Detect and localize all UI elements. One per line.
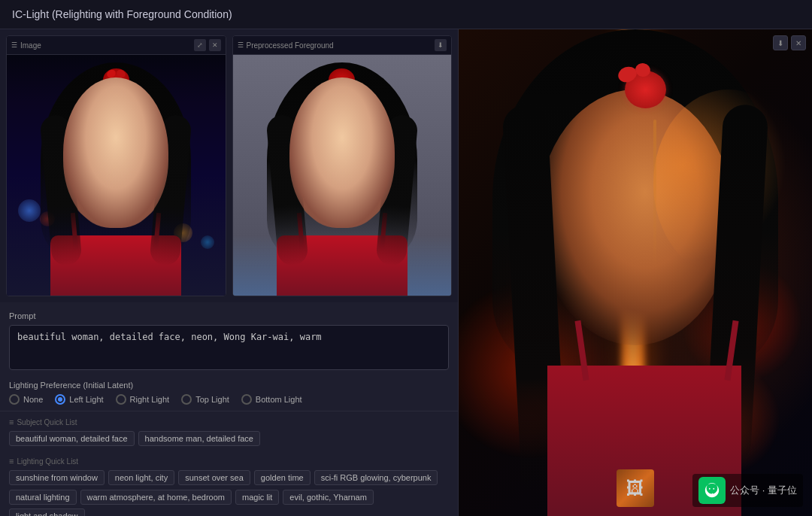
left-panel: Image ⤢ ✕	[0, 29, 459, 516]
rose-2	[329, 68, 355, 91]
panel1-header: Image ⤢ ✕	[7, 36, 226, 55]
prompt-input[interactable]: beautiful woman, detailed face, neon, Wo…	[9, 325, 449, 370]
panel2-download-btn[interactable]: ⬇	[435, 39, 447, 51]
image-panel-2: Preprocessed Foreground ⬇	[232, 35, 453, 296]
radio-top-label: Top Light	[195, 395, 229, 404]
subject-tag-0[interactable]: beautiful woman, detailed face	[9, 431, 135, 446]
lighting-label: Lighting Preference (Initial Latent)	[9, 381, 449, 390]
radio-none[interactable]: None	[9, 394, 43, 405]
lighting-tag-neon[interactable]: neon light, city	[108, 470, 174, 485]
separator-1	[0, 411, 458, 411]
controls-section: Prompt beautiful woman, detailed face, n…	[0, 302, 458, 411]
bokeh-4	[201, 235, 214, 249]
radio-none-label: None	[23, 395, 43, 404]
lighting-tag-natural[interactable]: natural lighting	[9, 490, 77, 505]
hair-highlight-1	[115, 115, 117, 205]
lighting-tag-magic[interactable]: magic lit	[235, 490, 279, 505]
output-image: ⬇ ✕ 公众号 · 量子位	[459, 29, 812, 516]
image-panel-1: Image ⤢ ✕	[6, 35, 226, 296]
lighting-tag-sunshine[interactable]: sunshine from window	[9, 470, 105, 485]
lighting-tag-sunset[interactable]: sunset over sea	[178, 470, 250, 485]
panel2-header: Preprocessed Foreground ⬇	[233, 36, 452, 55]
prompt-label: Prompt	[9, 311, 449, 320]
lighting-tag-evil[interactable]: evil, gothic, Yharnam	[283, 490, 374, 505]
radio-right-circle	[116, 394, 126, 405]
rose-petals-1	[103, 68, 129, 91]
right-panel: ⬇ ✕ 公众号 · 量子位	[459, 29, 812, 516]
lighting-quick-list-header: Lighting Quick List	[9, 457, 449, 466]
radio-top-circle	[181, 394, 192, 405]
radio-left-label: Left Light	[69, 395, 103, 404]
lighting-tag-scifi[interactable]: sci-fi RGB glowing, cyberpunk	[314, 470, 438, 485]
lighting-quick-list-section: Lighting Quick List sunshine from window…	[0, 457, 458, 516]
radio-none-circle	[9, 394, 20, 405]
radio-bottom[interactable]: Bottom Light	[241, 394, 302, 405]
watermark: 公众号 · 量子位	[692, 474, 803, 507]
app-title: IC-Light (Relighting with Foreground Con…	[12, 8, 232, 20]
radio-bottom-label: Bottom Light	[256, 395, 302, 404]
output-thumbnail[interactable]	[617, 469, 654, 507]
radio-top[interactable]: Top Light	[181, 394, 229, 405]
title-bar: IC-Light (Relighting with Foreground Con…	[0, 0, 812, 29]
output-panel-controls: ⬇ ✕	[773, 35, 806, 50]
lighting-tag-warm[interactable]: warm atmosphere, at home, bedroom	[80, 490, 232, 505]
panel1-controls: ⤢ ✕	[194, 39, 221, 51]
images-row: Image ⤢ ✕	[0, 29, 458, 302]
subject-quick-list-section: Subject Quick List beautiful woman, deta…	[0, 417, 458, 457]
watermark-text: 公众号 · 量子位	[730, 484, 797, 497]
app-container: IC-Light (Relighting with Foreground Con…	[0, 0, 812, 516]
subject-tag-group: beautiful woman, detailed face handsome …	[9, 431, 449, 446]
lighting-section: Lighting Preference (Initial Latent) Non…	[9, 381, 449, 405]
bottom-thumbnail-area	[617, 469, 654, 507]
lighting-tag-light-shadow[interactable]: light and shadow	[9, 508, 85, 516]
lighting-tag-group-1: natural lighting warm atmosphere, at hom…	[9, 490, 449, 516]
panel2-controls: ⬇	[435, 39, 447, 51]
panel1-close-btn[interactable]: ✕	[209, 39, 221, 51]
radio-right-label: Right Light	[130, 395, 170, 404]
output-download-btn[interactable]: ⬇	[773, 35, 788, 50]
panel1-expand-btn[interactable]: ⤢	[194, 39, 206, 51]
radio-bottom-circle	[241, 394, 252, 405]
lighting-options: None Left Light Right Light Top Lig	[9, 394, 449, 405]
radio-left[interactable]: Left Light	[55, 394, 103, 405]
panel2-label: Preprocessed Foreground	[238, 41, 334, 50]
out-hair-highlight	[653, 120, 656, 270]
lighting-tag-golden[interactable]: golden time	[254, 470, 311, 485]
panel1-image	[7, 55, 226, 296]
subject-tag-1[interactable]: handsome man, detailed face	[138, 431, 260, 446]
radio-left-circle	[55, 394, 65, 405]
panel2-image	[233, 55, 452, 296]
wechat-icon	[698, 477, 726, 504]
bokeh-1	[18, 199, 41, 222]
output-close-btn[interactable]: ✕	[791, 35, 806, 50]
panel1-label: Image	[11, 41, 41, 50]
subject-quick-list-header: Subject Quick List	[9, 417, 449, 426]
lighting-tag-group-0: sunshine from window neon light, city su…	[9, 470, 449, 485]
radio-right[interactable]: Right Light	[116, 394, 170, 405]
main-layout: Image ⤢ ✕	[0, 29, 812, 516]
